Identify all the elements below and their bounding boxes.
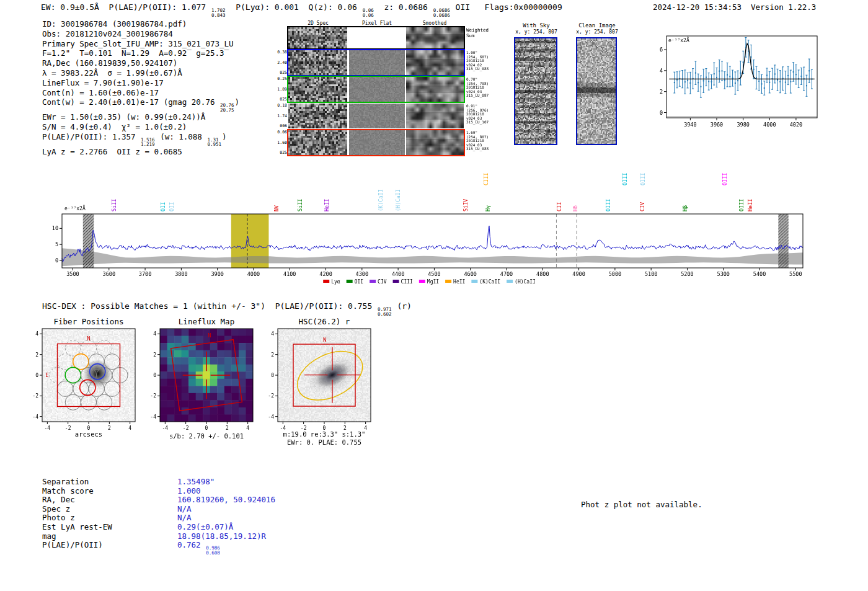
- stacked-uncertainty: 20.7620.75: [220, 103, 234, 112]
- hsc-cutout-plot: [256, 324, 380, 442]
- text-segment: 1.000: [177, 486, 201, 495]
- stacked-uncertainty: 1.7020.843: [211, 8, 226, 17]
- match-field-value: 160.819260, 50.924016: [177, 495, 275, 505]
- spec2d-grid: 2D Spec Pixel Flat Smoothed WeightedSum0…: [275, 17, 523, 162]
- info-line: F=1.2" T=0.101 N̅=1.29 A=0.92̅ g=25.3̅: [42, 48, 239, 58]
- cutout-row-annotation: 1.69"(254, 807)20181210v024_03315_LU_088: [466, 131, 489, 151]
- pixelflat-image: [349, 104, 405, 128]
- fiber-positions-plot: [20, 324, 144, 442]
- pixelflat-image: [349, 77, 405, 102]
- summary-stats-line: EW: 0.9±0.5Å P(LAE)/P(OII): 1.077 1.7020…: [41, 2, 562, 17]
- photz-note: Phot z plot not available.: [581, 500, 702, 509]
- report-timestamp: 2024-12-20 15:34:53 Version 1.22.3: [653, 2, 816, 12]
- text-segment: OII Flags:0x00000009: [451, 2, 562, 12]
- pixelflat-image: [349, 27, 405, 48]
- smoothed-image: [406, 27, 464, 48]
- col-title-smoothed: Smoothed: [407, 20, 463, 26]
- text-segment: P(Lyα): 0.001 Q(z): 0.06: [226, 2, 362, 12]
- info-line: RA,Dec (160.819839,50.924107): [42, 58, 239, 68]
- match-field-label: Photo z: [42, 513, 177, 523]
- match-field-label: P(LAE)/P(OII): [42, 541, 177, 555]
- col-title-pixelflat: Pixel Flat: [349, 20, 405, 26]
- smoothed-image: [406, 77, 464, 102]
- line-fit-plot: [642, 31, 822, 138]
- match-table: Separation1.35498"Match score1.000RA, De…: [42, 478, 275, 555]
- match-field-label: Est LyA rest-EW: [42, 523, 177, 532]
- cutout-row-annotation: 1.00"(254, 607)20181210v024_02315_LU_088: [466, 51, 489, 71]
- info-line: Cont(n) = 1.60(±0.06)e-17: [42, 88, 239, 98]
- text-segment: P(LAE)/P(OII): 1.357: [42, 132, 140, 141]
- match-field-value: N/A: [177, 513, 192, 523]
- fiber-xlabel: arcsecs: [27, 430, 151, 438]
- text-segment: z: 0.0686: [374, 2, 433, 12]
- spec2d-image: [288, 130, 347, 155]
- text-segment: ): [222, 132, 227, 141]
- info-line: P(LAE)/P(OII): 1.357 1.5161.219 (w: 1.08…: [42, 132, 239, 147]
- info-line: LyA z = 2.2766 OII z = 0.0685: [42, 147, 239, 157]
- info-line: Obs: 20181210v024_3001986784: [42, 29, 239, 39]
- info-line: λ = 3983.22Å σ = 1.99(±0.67)Å: [42, 68, 239, 78]
- match-field-label: mag: [42, 532, 177, 541]
- text-segment: Cont(n) = 1.60(±0.06)e-17: [42, 88, 159, 97]
- match-field-label: Separation: [42, 478, 177, 487]
- col-title-2dspec: 2D Spec: [290, 20, 346, 26]
- text-segment: 1.35498": [177, 477, 215, 486]
- match-table-row: RA, Dec160.819260, 50.924016: [42, 495, 275, 505]
- text-segment: N/A: [177, 504, 192, 513]
- pixelflat-image: [349, 50, 405, 75]
- clean-title: Clean Image: [576, 22, 618, 29]
- text-segment: λ = 3983.22Å σ = 1.99(±0.67)Å: [42, 68, 182, 78]
- match-field-value: 1.35498": [177, 478, 215, 487]
- text-segment: 18.98(18.85,19.12)R: [177, 531, 266, 541]
- match-field-label: Match score: [42, 487, 177, 496]
- text-segment: Primary Spec_Slot_IFU_AMP: 315_021_073_L…: [42, 39, 234, 48]
- cutout-row-weights: 0.181.74006: [275, 104, 287, 128]
- withsky-image: [514, 37, 557, 145]
- clean-coords: x, y: 254, 807: [570, 29, 624, 35]
- match-field-label: RA, Dec: [42, 495, 177, 505]
- match-field-label: Spec z: [42, 505, 177, 514]
- info-line: Cont(w) = 2.40(±0.01)e-17 (gmag 20.76 20…: [42, 97, 239, 112]
- match-field-value: N/A: [177, 505, 192, 514]
- text-segment: EW: 0.9±0.5Å P(LAE)/P(OII): 1.077: [41, 2, 211, 12]
- cutout-row-annotation: 0.91"(256, 976)20181210v024_03315_LU_107: [466, 104, 489, 125]
- weighted-sum-label: WeightedSum: [466, 28, 489, 38]
- smoothed-image: [406, 50, 464, 75]
- clean-image: [576, 37, 617, 145]
- text-segment: LyA z = 2.2766 OII z = 0.0685: [42, 147, 182, 156]
- text-segment: Cont(w) = 2.40(±0.01)e-17 (gmag 20.76: [42, 97, 219, 107]
- stacked-uncertainty: 0.9860.608: [206, 546, 220, 555]
- match-table-row: Photo zN/A: [42, 513, 275, 523]
- hsc-match-summary: HSC-DEX : Possible Matches = 1 (within +…: [42, 301, 412, 316]
- text-segment: RA,Dec (160.819839,50.924107): [42, 58, 177, 68]
- pixelflat-image: [349, 130, 405, 155]
- spec2d-image: [288, 50, 347, 75]
- text-segment: ID: 3001986784 (3001986784.pdf): [42, 19, 187, 29]
- spec2d-image: [288, 27, 347, 48]
- text-segment: Obs: 20181210v024_3001986784: [42, 29, 173, 38]
- cutout-row-annotation: 0.70"(254, 798)20181210v024_03315_LU_087: [466, 78, 489, 98]
- elixer-report: EW: 0.9±0.5Å P(LAE)/P(OII): 1.077 1.7020…: [0, 0, 868, 591]
- text-segment: EWr = 1.50(±0.35) (w: 0.99(±0.24))Å: [42, 112, 205, 122]
- hsc-caption-1: m:19.0 re:3.3" s:1.3": [262, 430, 386, 438]
- match-table-row: P(LAE)/P(OII)0.762 0.9860.608: [42, 541, 275, 555]
- cutout-row-weights: 0.251.89025: [275, 77, 287, 102]
- text-segment: S/N = 4.9(±0.4) χ² = 1.0(±0.2): [42, 122, 187, 131]
- hsc-caption-2: EWr: 0. PLAE: 0.755: [262, 438, 386, 446]
- info-line: Primary Spec_Slot_IFU_AMP: 315_021_073_L…: [42, 39, 239, 49]
- match-table-row: Est LyA rest-EW0.29(±0.07)Å: [42, 523, 275, 532]
- text-segment: ): [235, 97, 240, 107]
- text-segment: LineFlux = 7.90(±1.90)e-17: [42, 78, 164, 87]
- match-table-row: Spec zN/A: [42, 505, 275, 514]
- lineflux-map-plot: [138, 324, 262, 442]
- info-line: EWr = 1.50(±0.35) (w: 0.99(±0.24))Å: [42, 112, 239, 122]
- smoothed-image: [406, 104, 464, 128]
- text-segment: 0.29(±0.07)Å: [177, 522, 233, 531]
- match-table-row: Match score1.000: [42, 487, 275, 496]
- match-field-value: 1.000: [177, 487, 201, 496]
- match-field-value: 0.762 0.9860.608: [177, 541, 221, 555]
- match-field-value: 18.98(18.85,19.12)R: [177, 532, 266, 541]
- text-segment: HSC-DEX : Possible Matches = 1 (within +…: [42, 301, 377, 311]
- stacked-uncertainty: 0.06860.0686: [433, 8, 450, 17]
- cutout-row-weights: 0.382.40025: [275, 50, 287, 75]
